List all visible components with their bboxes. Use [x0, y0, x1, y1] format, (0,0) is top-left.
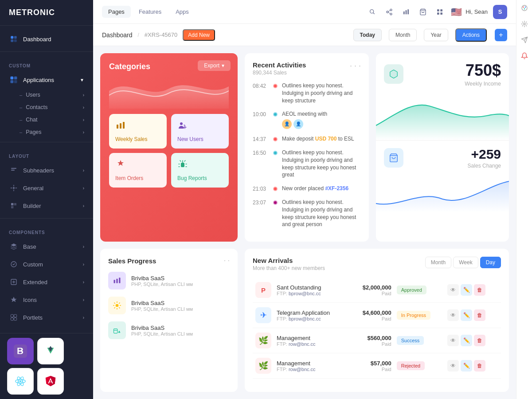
tab-day[interactable]: Day — [480, 257, 501, 268]
sidebar-item-icons[interactable]: Icons › — [0, 291, 93, 309]
weekly-income-chart — [376, 91, 509, 140]
delete-icon[interactable]: 🗑 — [474, 335, 485, 346]
arrival-amount: $2,000,000 — [352, 284, 391, 291]
svg-rect-17 — [14, 314, 17, 317]
grid-icon[interactable] — [432, 4, 447, 20]
sales-progress-header: Sales Progress · · — [108, 257, 230, 265]
svg-rect-5 — [14, 77, 17, 80]
edit-icon[interactable]: ✏️ — [461, 309, 472, 321]
top-navigation: Pages Features Apps 🇺🇸 Hi, Sean S — [93, 0, 516, 24]
view-icon[interactable]: 👁 — [447, 284, 459, 296]
right-send-icon[interactable] — [521, 36, 528, 45]
delete-icon[interactable]: 🗑 — [474, 284, 485, 296]
svg-point-26 — [387, 11, 388, 13]
tab-apps[interactable]: Apps — [169, 6, 195, 18]
sidebar-item-general[interactable]: General › — [0, 179, 93, 197]
cart-icon[interactable] — [415, 4, 430, 20]
edit-icon[interactable]: ✏️ — [461, 360, 472, 372]
arrival-amount: $4,600,000 — [352, 309, 391, 316]
actions-button[interactable]: Actions — [455, 28, 487, 42]
progress-info-1: Briviba SaaS PHP, SQLite, Artisan CLI мм — [131, 300, 230, 312]
cat-new-users[interactable]: New Users — [171, 114, 229, 149]
export-button[interactable]: Export ▾ — [198, 60, 231, 71]
base-icon — [9, 242, 19, 251]
sidebar-item-applications[interactable]: Applications ▼ — [0, 71, 93, 89]
categories-wave — [109, 73, 229, 109]
tab-month[interactable]: Month — [425, 257, 451, 268]
progress-item: Briviba SaaS PHP, SQLite, Artisan CLI мм — [108, 272, 230, 289]
view-icon[interactable]: 👁 — [447, 360, 459, 372]
svg-point-47 — [522, 5, 527, 11]
table-row: 🌿 Management FTP: row@bnc.cc $57,000 Pai… — [253, 353, 501, 379]
cat-bug-reports[interactable]: Bug Reports — [171, 153, 229, 188]
delete-icon[interactable]: 🗑 — [474, 309, 485, 321]
sidebar-item-contacts[interactable]: – Contacts › — [0, 101, 93, 113]
tab-week[interactable]: Week — [453, 257, 478, 268]
right-palette-icon[interactable] — [521, 4, 528, 13]
view-icon[interactable]: 👁 — [447, 309, 459, 321]
sidebar-item-extended[interactable]: Extended › — [0, 273, 93, 291]
angular-icon[interactable] — [37, 368, 64, 395]
edit-icon[interactable]: ✏️ — [461, 335, 472, 346]
sidebar-item-users[interactable]: – Users › — [0, 89, 93, 101]
timeline-dot — [273, 137, 278, 141]
svg-rect-2 — [11, 39, 13, 42]
svg-rect-19 — [14, 318, 17, 321]
user-avatar[interactable]: S — [493, 5, 507, 19]
bug-reports-label: Bug Reports — [177, 175, 223, 181]
svg-rect-37 — [120, 123, 121, 129]
progress-icon-0 — [108, 272, 126, 289]
weekly-income-label: Weekly Income — [465, 81, 501, 87]
sales-menu-dots[interactable]: · · — [224, 257, 230, 265]
bootstrap-icon[interactable] — [7, 338, 34, 364]
timeline-avatars: 👤 👤 — [282, 119, 327, 129]
new-users-label: New Users — [177, 136, 223, 142]
react-icon[interactable] — [7, 368, 34, 395]
dashboard-icon — [9, 34, 19, 44]
sidebar-item-chat[interactable]: – Chat › — [0, 113, 93, 126]
applications-arrow: ▼ — [80, 78, 84, 82]
timeline-item: 21:03 New order placed #XF-2356 — [253, 185, 361, 192]
vue-icon[interactable] — [37, 338, 64, 364]
status-badge: In Progress — [397, 311, 430, 320]
timeline-dot — [273, 151, 278, 155]
sidebar-item-builder[interactable]: Builder › — [0, 197, 93, 215]
sidebar-item-pages[interactable]: – Pages › — [0, 126, 93, 138]
svg-rect-44 — [119, 278, 120, 283]
activities-menu-dots[interactable]: · · · — [350, 61, 361, 70]
right-settings-icon[interactable] — [521, 20, 528, 29]
sidebar-item-base[interactable]: Base › — [0, 238, 93, 255]
filter-today-button[interactable]: Today — [353, 29, 382, 41]
filter-year-button[interactable]: Year — [424, 29, 448, 41]
sidebar-item-portlets[interactable]: Portlets › — [0, 309, 93, 326]
svg-rect-42 — [114, 280, 115, 283]
share-icon[interactable] — [382, 4, 397, 20]
sidebar-item-dashboard[interactable]: Dashboard — [0, 30, 93, 48]
progress-info-2: Briviba SaaS PHP, SQLite, Artisan CLI мм — [131, 325, 230, 336]
item-orders-label: Item Orders — [115, 175, 160, 181]
sidebar-item-custom[interactable]: Custom › — [0, 255, 93, 273]
arrival-logo: ✈ — [255, 307, 271, 323]
edit-icon[interactable]: ✏️ — [461, 284, 472, 296]
add-icon[interactable]: + — [495, 29, 507, 41]
filter-month-button[interactable]: Month — [389, 29, 417, 41]
cat-item-orders[interactable]: Item Orders — [109, 153, 167, 188]
view-icon[interactable]: 👁 — [447, 335, 459, 346]
search-icon[interactable] — [365, 4, 380, 20]
sidebar-item-subheaders[interactable]: Subheaders › — [0, 161, 93, 179]
delete-icon[interactable]: 🗑 — [474, 360, 485, 372]
svg-point-10 — [13, 187, 15, 189]
right-notification-icon[interactable] — [521, 52, 528, 61]
add-new-button[interactable]: Add New — [183, 29, 215, 41]
svg-rect-32 — [437, 9, 439, 12]
item-orders-icon — [115, 159, 160, 172]
cat-weekly-sales[interactable]: Weekly Sales — [109, 114, 167, 149]
arrival-logo: 🌿 — [255, 332, 271, 348]
svg-rect-13 — [11, 206, 13, 208]
tab-features[interactable]: Features — [133, 6, 168, 18]
flag-icon[interactable]: 🇺🇸 — [451, 7, 462, 17]
avatar: 👤 — [282, 119, 292, 129]
applications-icon — [9, 75, 19, 85]
tab-pages[interactable]: Pages — [102, 6, 131, 18]
chart-icon[interactable] — [399, 4, 414, 20]
